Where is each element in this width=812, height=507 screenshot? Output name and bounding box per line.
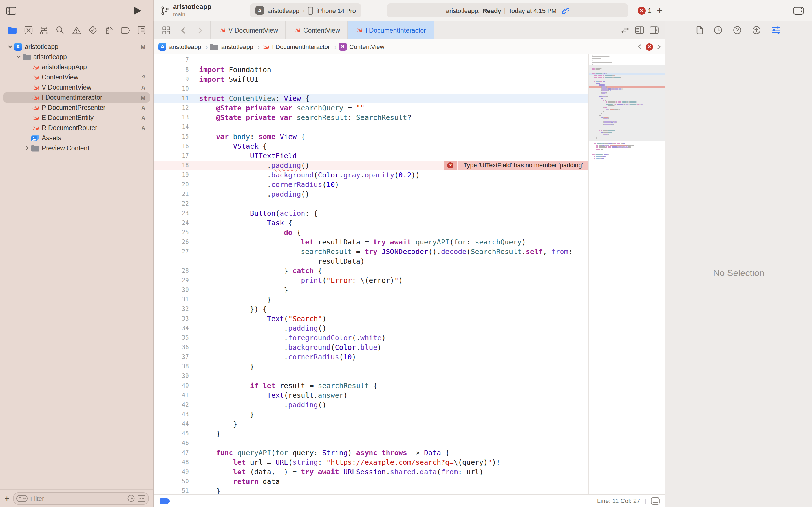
code-line[interactable]: 17 UITextField [154,151,588,161]
line-number[interactable]: 44 [154,419,191,429]
related-items-icon[interactable] [158,22,174,38]
line-number[interactable]: 14 [154,122,191,132]
code-line[interactable]: 10 [154,84,588,94]
code-line[interactable]: 44 } [154,419,588,429]
code-line[interactable]: 31 } [154,295,588,304]
line-number[interactable]: 51 [154,486,191,494]
code-line[interactable]: 51 } [154,486,588,494]
code-line[interactable]: 41 Text(result.answer) [154,390,588,400]
accessibility-inspector-icon[interactable] [752,26,761,34]
breadcrumb-item[interactable]: SContentView [339,43,384,51]
filter-field[interactable]: Filter [13,492,149,504]
code-line[interactable]: 12 @State private var searchQuery = "" [154,103,588,113]
minimap-toggle-icon[interactable] [651,497,660,504]
code-line[interactable]: 39 [154,371,588,381]
line-number[interactable]: 50 [154,476,191,486]
tree-item-r-documentrouter[interactable]: R DocumentRouterA [3,123,150,133]
tree-item-contentview[interactable]: ContentView? [3,72,150,82]
line-number[interactable]: 7 [154,55,191,65]
line-number[interactable]: 49 [154,467,191,476]
scheme-selector[interactable]: A aristotleapp › iPhone 14 Pro [250,3,361,17]
run-button[interactable] [130,3,146,18]
line-number[interactable]: 45 [154,429,191,438]
issue-navigator-icon[interactable] [72,26,81,34]
line-number[interactable]: 8 [154,65,191,74]
go-forward-icon[interactable] [192,22,208,38]
find-navigator-icon[interactable] [56,26,64,34]
code-line[interactable]: 42 .padding() [154,400,588,409]
code-line[interactable]: 47 func queryAPI(for query: String) asyn… [154,448,588,457]
report-navigator-icon[interactable] [138,26,146,34]
line-number[interactable]: 26 [154,237,191,247]
line-number[interactable]: 15 [154,132,191,142]
line-number[interactable]: 37 [154,352,191,362]
line-number[interactable]: 17 [154,151,191,161]
code-line[interactable]: 21 .padding() [154,189,588,199]
tree-item-aristotleapp[interactable]: AaristotleappM [3,42,150,52]
code-line[interactable]: 35 .foregroundColor(.white) [154,333,588,342]
code-line[interactable]: 23 Button(action: { [154,209,588,218]
code-line[interactable]: 45 } [154,429,588,438]
line-number[interactable] [154,256,191,266]
breadcrumb-item[interactable]: Aaristotleapp [158,43,201,51]
line-number[interactable]: 38 [154,362,191,371]
debug-navigator-icon[interactable] [104,26,113,34]
recent-filter-icon[interactable] [128,495,135,502]
tab-contentview[interactable]: ContentView [286,21,348,39]
code-line[interactable]: 25 do { [154,228,588,237]
code-line[interactable]: 14 [154,122,588,132]
code-line[interactable]: 36 .background(Color.blue) [154,342,588,352]
code-line[interactable]: 43 } [154,409,588,419]
line-number[interactable]: 21 [154,189,191,199]
code-line[interactable]: 46 [154,438,588,448]
code-line[interactable]: 37 .cornerRadius(10) [154,352,588,362]
history-inspector-icon[interactable] [714,26,722,34]
tree-item-i-documentinteractor[interactable]: I DocumentInteractorM [3,93,150,103]
tab-v-documentview[interactable]: V DocumentView [210,21,286,39]
prev-issue-icon[interactable] [638,44,642,50]
code-line[interactable]: 20 .cornerRadius(10) [154,180,588,189]
breadcrumb-item[interactable]: I DocumentInteractor [262,43,330,50]
code-line[interactable]: 49 let (data, _) = try await URLSession.… [154,467,588,476]
line-number[interactable]: 16 [154,142,191,151]
code-line[interactable]: 8import Foundation [154,65,588,74]
code-line[interactable]: 50 return data [154,476,588,486]
tree-item-aristotleapp[interactable]: aristotleapp [3,52,150,62]
code-line[interactable]: 30 } [154,285,588,295]
attributes-inspector-icon[interactable] [771,26,781,34]
tree-item-preview-content[interactable]: Preview Content [3,143,150,153]
line-number[interactable]: 47 [154,448,191,457]
code-line[interactable]: 48 let url = URL(string: "https://exampl… [154,457,588,467]
symbol-navigator-icon[interactable] [40,26,49,34]
line-number[interactable]: 24 [154,218,191,228]
code-line[interactable]: 24 Task { [154,218,588,228]
code-line[interactable]: 28 } catch { [154,266,588,276]
add-file-button[interactable]: + [4,494,10,503]
tree-item-assets[interactable]: Assets [3,133,150,143]
line-number[interactable]: 39 [154,371,191,381]
project-navigator-icon[interactable] [8,26,17,34]
code-line[interactable]: 26 let resultData = try await queryAPI(f… [154,237,588,247]
source-control-navigator-icon[interactable] [24,26,33,34]
line-number[interactable]: 29 [154,276,191,285]
go-back-icon[interactable] [175,22,191,38]
line-number[interactable]: 42 [154,400,191,409]
line-number[interactable]: 28 [154,266,191,276]
line-number[interactable]: 11 [154,94,191,103]
line-number[interactable]: 10 [154,84,191,94]
tree-item-v-documentview[interactable]: V DocumentViewA [3,82,150,93]
line-number[interactable]: 32 [154,304,191,314]
toggle-right-sidebar-icon[interactable] [791,3,806,18]
code-line[interactable]: 27 searchResult = try JSONDecoder().deco… [154,247,588,256]
add-editor-icon[interactable] [650,26,659,34]
line-number[interactable]: 12 [154,103,191,113]
breakpoint-navigator-icon[interactable] [121,27,130,34]
line-number[interactable]: 27 [154,247,191,256]
code-line[interactable]: 22 [154,199,588,209]
code-line[interactable]: 33 Text("Search") [154,314,588,323]
code-line[interactable]: 11struct ContentView: View { [154,94,588,103]
code-line[interactable]: 7 [154,55,588,65]
code-review-icon[interactable] [621,27,629,34]
chevron-down-icon[interactable] [15,55,22,59]
line-number[interactable]: 19 [154,170,191,180]
